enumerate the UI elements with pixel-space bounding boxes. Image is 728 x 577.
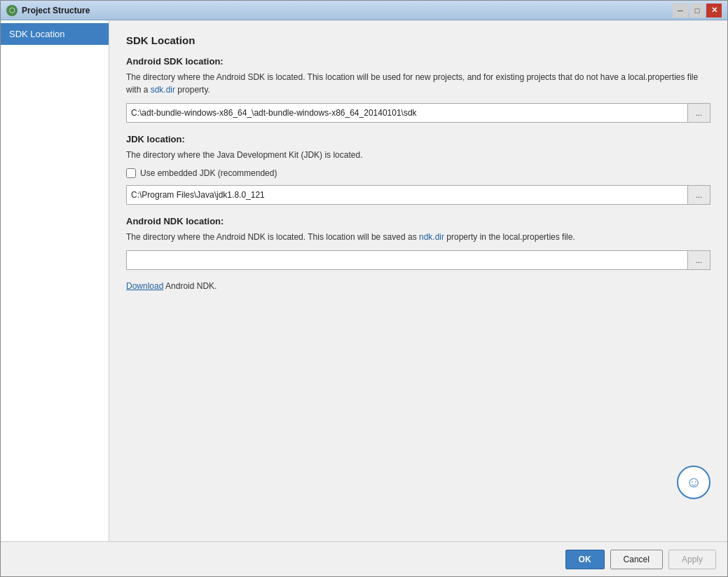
- embedded-jdk-checkbox[interactable]: [126, 168, 136, 178]
- android-sdk-browse-button[interactable]: ...: [688, 103, 710, 123]
- jdk-title: JDK location:: [126, 134, 710, 144]
- sidebar: SDK Location: [1, 20, 109, 541]
- project-structure-window: ⬡ Project Structure ─ □ ✕ SDK Location S…: [0, 0, 728, 577]
- android-sdk-section: Android SDK location: The directory wher…: [126, 56, 710, 123]
- footer: OK Cancel Apply: [1, 541, 727, 576]
- android-sdk-input-row: ...: [126, 103, 710, 123]
- download-ndk-link[interactable]: Download: [126, 281, 163, 291]
- cancel-button[interactable]: Cancel: [610, 550, 663, 569]
- android-sdk-path-input[interactable]: [126, 103, 688, 123]
- android-ndk-browse-button[interactable]: ...: [688, 250, 710, 270]
- android-ndk-path-input[interactable]: [126, 250, 688, 270]
- android-sdk-title: Android SDK location:: [126, 56, 710, 67]
- android-ndk-description: The directory where the Android NDK is l…: [126, 231, 710, 243]
- content-area: SDK Location Android SDK location: The d…: [109, 20, 727, 541]
- jdk-path-input[interactable]: [126, 185, 688, 205]
- main-content: SDK Location SDK Location Android SDK lo…: [1, 20, 727, 541]
- android-sdk-description: The directory where the Android SDK is l…: [126, 71, 710, 96]
- sdk-dir-link: sdk.dir: [151, 85, 175, 95]
- page-title: SDK Location: [126, 34, 710, 46]
- window-controls: ─ □ ✕: [673, 4, 722, 18]
- ndk-dir-link: ndk.dir: [419, 232, 444, 242]
- embedded-jdk-checkbox-row: Use embedded JDK (recommended): [126, 168, 710, 178]
- jdk-description: The directory where the Java Development…: [126, 149, 710, 161]
- android-ndk-title: Android NDK location:: [126, 216, 710, 226]
- window-icon: ⬡: [6, 5, 18, 16]
- download-ndk-row: Download Android NDK.: [126, 281, 710, 291]
- help-icon[interactable]: ☺: [677, 466, 710, 499]
- embedded-jdk-label: Use embedded JDK (recommended): [140, 168, 277, 178]
- window-title: Project Structure: [22, 6, 673, 15]
- jdk-section: JDK location: The directory where the Ja…: [126, 134, 710, 205]
- close-button[interactable]: ✕: [706, 4, 722, 18]
- apply-button[interactable]: Apply: [668, 550, 716, 569]
- title-bar: ⬡ Project Structure ─ □ ✕: [1, 1, 727, 20]
- jdk-browse-button[interactable]: ...: [688, 185, 710, 205]
- jdk-input-row: ...: [126, 185, 710, 205]
- android-ndk-section: Android NDK location: The directory wher…: [126, 216, 710, 291]
- sidebar-item-sdk-location[interactable]: SDK Location: [1, 23, 109, 45]
- android-ndk-input-row: ...: [126, 250, 710, 270]
- ok-button[interactable]: OK: [565, 550, 605, 569]
- maximize-button[interactable]: □: [689, 4, 705, 18]
- minimize-button[interactable]: ─: [673, 4, 688, 18]
